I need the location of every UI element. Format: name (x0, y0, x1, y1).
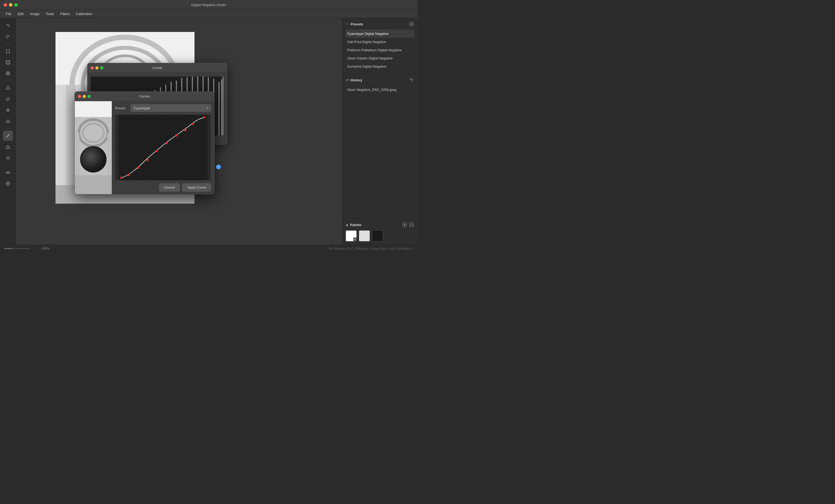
svg-point-71 (80, 146, 106, 172)
levels-titlebar: Levels (87, 63, 227, 72)
mountain-button[interactable] (3, 142, 13, 152)
menu-tools[interactable]: Tools (43, 11, 57, 17)
menu-file[interactable]: File (3, 11, 14, 17)
curve-editor[interactable] (115, 114, 211, 181)
svg-marker-5 (6, 87, 10, 89)
erase-button[interactable] (3, 116, 13, 126)
preset-item-platinum[interactable]: Platinum Palladium Digital Negative (346, 46, 414, 54)
svg-rect-86 (137, 167, 139, 169)
curves-traffic-lights[interactable] (78, 95, 90, 98)
apply-curve-button[interactable]: Apply Curve (182, 183, 211, 191)
toolbar (0, 18, 16, 245)
redo-button[interactable] (3, 32, 13, 42)
levels-traffic-lights[interactable] (90, 66, 103, 69)
add-preset-button[interactable] (408, 21, 414, 27)
black-swatch-container (372, 230, 383, 241)
add-layer-button[interactable] (3, 178, 13, 189)
curves-content: Preset: Cyanotype ▾ (75, 101, 214, 194)
add-swatch-button[interactable] (402, 222, 407, 228)
divider-1 (4, 44, 12, 44)
preset-row: Preset: Cyanotype ▾ (115, 104, 211, 112)
preset-item-gumprint[interactable]: Gumprint Digital Negative (346, 62, 414, 70)
divider-4 (4, 165, 12, 165)
presets-title-row: ♡ Presets (346, 22, 363, 26)
svg-rect-75 (75, 101, 112, 117)
layers-button[interactable] (3, 167, 13, 177)
levels-title: Levels (152, 66, 162, 70)
swatch-dropdown[interactable]: ▾ (353, 237, 357, 241)
settings-button[interactable] (3, 153, 13, 163)
heart-icon: ♡ (346, 22, 349, 26)
crop-button[interactable] (3, 46, 13, 56)
svg-rect-12 (6, 173, 9, 173)
levels-close[interactable] (90, 66, 94, 69)
svg-rect-87 (147, 159, 148, 161)
curve-tool-button[interactable] (3, 131, 13, 141)
undo-button[interactable] (3, 21, 13, 30)
divider-2 (4, 81, 12, 81)
curves-dialog: Curves (75, 91, 215, 194)
cancel-button[interactable]: Cancel (159, 183, 180, 191)
svg-point-10 (7, 157, 9, 159)
zoom-fill (4, 248, 12, 249)
svg-rect-65 (223, 77, 224, 135)
preset-item-salt-print[interactable]: Salt Print Digital Negative (346, 38, 414, 46)
palette-swatches: ▾ (346, 230, 414, 241)
history-icon: ↺ (346, 78, 349, 82)
svg-rect-11 (6, 172, 9, 172)
svg-rect-1 (6, 61, 10, 64)
dropper-button[interactable] (3, 94, 13, 104)
maximize-button[interactable] (14, 3, 18, 6)
black-swatch[interactable] (372, 230, 383, 241)
svg-rect-92 (192, 123, 194, 125)
paint-button[interactable] (3, 105, 13, 115)
presets-title: Presets (351, 22, 363, 26)
curves-minimize[interactable] (83, 95, 86, 98)
levels-minimize[interactable] (95, 66, 99, 69)
svg-rect-0 (6, 50, 9, 53)
traffic-lights[interactable] (4, 3, 18, 6)
minimize-button[interactable] (9, 3, 13, 6)
menu-bar: File Edit Image Tools Filters Calibratio… (0, 10, 418, 18)
palette-header: ◈ Palette (346, 222, 414, 228)
svg-rect-84 (120, 177, 122, 178)
svg-rect-90 (176, 134, 177, 136)
menu-edit[interactable]: Edit (15, 11, 26, 17)
close-button[interactable] (4, 3, 7, 6)
history-section: ↺ History Open Negative_DSC_0256.jpeg (343, 74, 418, 219)
canvas-area: Levels (16, 18, 342, 245)
history-item-open[interactable]: Open Negative_DSC_0256.jpeg (346, 86, 414, 94)
palette-title: Palette (350, 223, 362, 227)
preset-item-silver-gelatin[interactable]: Silver Gelatin Digital Negative (346, 54, 414, 62)
presets-section: ♡ Presets Cyanotype Digital Negative Sal… (343, 18, 418, 74)
remove-swatch-button[interactable] (408, 222, 414, 228)
curves-titlebar: Curves (75, 92, 214, 101)
divider-3 (4, 128, 12, 129)
palette-actions (402, 222, 414, 228)
preset-item-cyanotype[interactable]: Cyanotype Digital Negative (346, 29, 414, 38)
light-gray-swatch[interactable] (359, 230, 370, 241)
svg-rect-74 (107, 133, 110, 175)
perspective-button[interactable] (3, 83, 13, 93)
svg-rect-88 (155, 150, 157, 152)
menu-calibration[interactable]: Calibration (73, 11, 95, 17)
curve-svg (115, 114, 211, 181)
menu-filters[interactable]: Filters (58, 11, 72, 17)
svg-point-7 (7, 110, 8, 111)
presets-header: ♡ Presets (346, 21, 414, 27)
print-button[interactable] (3, 68, 13, 79)
frame-button[interactable] (3, 57, 13, 67)
title-bar: Digital Negative Studio (0, 0, 418, 10)
svg-rect-89 (166, 142, 167, 144)
status-bar: 100% File: Negative_DSC_0256.jpeg | Colo… (0, 245, 418, 252)
preset-label: Preset: (115, 106, 128, 110)
levels-maximize[interactable] (100, 66, 103, 69)
preset-select[interactable]: Cyanotype ▾ (131, 104, 211, 112)
chevron-down-icon: ▾ (207, 106, 208, 110)
curves-maximize[interactable] (87, 95, 90, 98)
menu-image[interactable]: Image (27, 11, 42, 17)
blue-handle[interactable] (216, 165, 221, 169)
palette-title-row: ◈ Palette (346, 223, 362, 227)
curves-close[interactable] (78, 95, 81, 98)
undo-history-button[interactable] (408, 77, 414, 83)
